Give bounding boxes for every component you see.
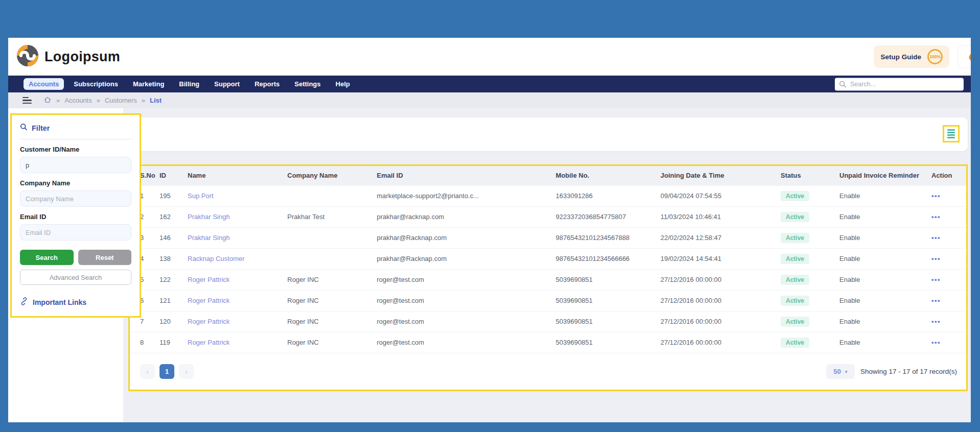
cell-mobile: 9223372036854775807 <box>552 206 656 227</box>
main-content: S.No.IDNameCompany NameEmail IDMobile No… <box>123 108 971 422</box>
customer-id-name-label: Customer ID/Name <box>20 146 131 153</box>
row-actions-icon[interactable]: ••• <box>931 297 941 304</box>
cell-email: roger@test.com <box>373 269 552 290</box>
column-header-action: Action <box>927 166 966 185</box>
column-header-joining-date-time: Joining Date & Time <box>656 166 777 185</box>
cell-reminder: Enable <box>835 269 927 290</box>
breadcrumb-item-list[interactable]: List <box>150 97 162 104</box>
flame-icon <box>966 49 971 64</box>
app-header: Logoipsum Setup Guide 100% <box>8 38 971 76</box>
cell-company: Roger INC <box>283 311 373 332</box>
cell-name-link[interactable]: Roger Pattrick <box>184 332 283 353</box>
email-id-input[interactable] <box>20 224 131 241</box>
column-header-email-id: Email ID <box>373 166 552 185</box>
cell-reminder: Enable <box>835 227 927 248</box>
cell-name-link[interactable]: Roger Pattrick <box>184 290 283 311</box>
cell-company: Roger INC <box>283 290 373 311</box>
cell-mobile: 5039690851 <box>552 332 656 353</box>
row-actions-icon[interactable]: ••• <box>931 234 941 242</box>
cell-company <box>283 248 373 269</box>
search-button[interactable]: Search <box>20 250 74 265</box>
nav-item-settings[interactable]: Settings <box>289 78 326 90</box>
cell-id: 120 <box>155 311 184 332</box>
status-badge: Active <box>781 275 809 285</box>
cell-joining-date: 22/02/2024 12:58:47 <box>656 227 777 248</box>
nav-item-accounts[interactable]: Accounts <box>24 78 64 90</box>
setup-guide-button[interactable]: Setup Guide 100% <box>874 45 949 68</box>
prev-page-button[interactable]: ‹ <box>140 364 155 379</box>
cell-action: ••• <box>927 290 966 311</box>
page-1-button[interactable]: 1 <box>159 364 174 379</box>
breadcrumb: »Accounts»Customers»List <box>56 97 162 104</box>
cell-name-link[interactable]: Sup Port <box>184 185 283 206</box>
status-badge: Active <box>781 212 809 222</box>
cell-action: ••• <box>927 206 966 227</box>
setup-guide-label: Setup Guide <box>880 53 921 61</box>
cell-id: 122 <box>155 269 184 290</box>
sidebar-toggle-icon[interactable] <box>22 97 32 104</box>
column-header-company-name: Company Name <box>283 166 373 185</box>
status-badge: Active <box>781 296 809 306</box>
cell-company <box>283 185 373 206</box>
important-links[interactable]: Important Links <box>20 297 131 307</box>
setup-progress-ring: 100% <box>927 49 943 64</box>
cell-joining-date: 27/12/2016 00:00:00 <box>656 290 777 311</box>
nav-item-subscriptions[interactable]: Subscriptions <box>69 78 123 90</box>
pagination: ‹ 1 › 50 ▾ Showing 17 - 17 of 17 record(… <box>130 353 966 390</box>
cell-name-link[interactable]: Roger Pattrick <box>184 269 283 290</box>
row-actions-icon[interactable]: ••• <box>931 318 941 325</box>
cell-status: Active <box>777 206 835 227</box>
cell-email: roger@test.com <box>373 332 552 353</box>
search-input[interactable] <box>835 78 964 90</box>
cell-id: 195 <box>155 185 184 206</box>
nav-item-marketing[interactable]: Marketing <box>128 78 169 90</box>
table-settings-icon[interactable] <box>943 125 960 142</box>
breadcrumb-item-accounts[interactable]: Accounts <box>64 97 92 104</box>
cell-reminder: Enable <box>835 332 927 353</box>
cell-reminder: Enable <box>835 185 927 206</box>
cell-sno: 8 <box>130 332 155 353</box>
cell-joining-date: 11/03/2024 10:46:41 <box>656 206 777 227</box>
advanced-search-button[interactable]: Advanced Search <box>20 270 131 285</box>
cell-name-link[interactable]: Prakhar Singh <box>184 227 283 248</box>
filter-search-icon <box>20 123 28 133</box>
nav-item-reports[interactable]: Reports <box>249 78 285 90</box>
nav-item-support[interactable]: Support <box>209 78 245 90</box>
table-row: 4138Racknap Customerprakhar@Racknap.com9… <box>130 248 966 269</box>
row-actions-icon[interactable]: ••• <box>931 213 941 221</box>
breadcrumb-item-customers[interactable]: Customers <box>105 97 137 104</box>
customer-id-name-input[interactable] <box>20 157 131 173</box>
cell-name-link[interactable]: Prakhar Singh <box>184 206 283 227</box>
cell-reminder: Enable <box>835 206 927 227</box>
cell-mobile: 5039690851 <box>552 290 656 311</box>
cell-status: Active <box>777 269 835 290</box>
customers-table-card: S.No.IDNameCompany NameEmail IDMobile No… <box>128 164 968 391</box>
status-badge: Active <box>781 233 809 243</box>
home-icon[interactable] <box>43 96 52 105</box>
cell-email: prakhar@Racknap.com <box>373 227 552 248</box>
table-row: 2162Prakhar SinghPrakhar Testprakhar@rac… <box>130 206 966 227</box>
row-actions-icon[interactable]: ••• <box>931 192 941 200</box>
row-actions-icon[interactable]: ••• <box>931 255 941 262</box>
whats-new-button[interactable] <box>958 45 971 68</box>
search-icon <box>839 80 847 88</box>
breadcrumb-bar: »Accounts»Customers»List <box>8 92 971 108</box>
nav-item-help[interactable]: Help <box>330 78 355 90</box>
customers-table: S.No.IDNameCompany NameEmail IDMobile No… <box>130 166 966 353</box>
cell-id: 146 <box>155 227 184 248</box>
company-name-input[interactable] <box>20 190 131 207</box>
cell-action: ••• <box>927 332 966 353</box>
cell-name-link[interactable]: Roger Pattrick <box>184 311 283 332</box>
column-header-status: Status <box>777 166 835 185</box>
page-size-select[interactable]: 50 ▾ <box>826 364 855 379</box>
cell-name-link[interactable]: Racknap Customer <box>184 248 283 269</box>
cell-company: Prakhar Test <box>283 206 373 227</box>
next-page-button[interactable]: › <box>179 364 194 379</box>
row-actions-icon[interactable]: ••• <box>931 339 941 346</box>
reset-button[interactable]: Reset <box>78 250 132 265</box>
row-actions-icon[interactable]: ••• <box>931 276 941 283</box>
cell-status: Active <box>777 332 835 353</box>
page-body: Filter Customer ID/NameCompany NameEmail… <box>8 108 971 422</box>
nav-item-billing[interactable]: Billing <box>174 78 204 90</box>
column-header-unpaid-invoice-reminder: Unpaid Invoice Reminder <box>835 166 927 185</box>
